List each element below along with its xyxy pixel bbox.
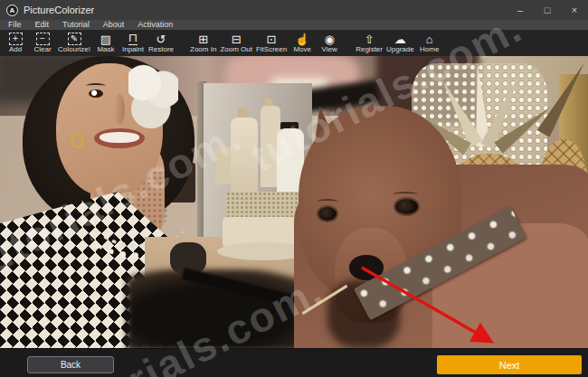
woman-eyebrow	[86, 83, 106, 89]
register-button[interactable]: ⇧ Register	[354, 32, 384, 53]
register-arrow-icon: ⇧	[365, 32, 375, 45]
zoom-out-button[interactable]: ⊟ Zoom Out	[218, 32, 254, 53]
zoom-in-button[interactable]: ⊞ Zoom In	[188, 32, 218, 53]
fitscreen-icon: ⊡	[267, 32, 277, 45]
inpaint-icon: ⊓	[128, 32, 138, 45]
restore-icon: ↺	[156, 32, 166, 45]
restore-label: Restore	[148, 46, 174, 53]
dog-brow	[393, 192, 418, 197]
title-bar: A PictureColorizer – □ ×	[0, 0, 588, 20]
back-button[interactable]: Back	[27, 356, 114, 373]
upgrade-label: Upgrade	[386, 46, 414, 53]
dog-brow	[317, 199, 338, 204]
move-hand-icon: ☝	[295, 32, 309, 45]
mask-label: Mask	[97, 46, 114, 53]
menu-item-activation[interactable]: Activation	[138, 20, 173, 30]
app-logo-icon: A	[6, 5, 18, 16]
zoom-out-label: Zoom Out	[220, 46, 252, 53]
upgrade-button[interactable]: ☁ Upgrade	[384, 32, 416, 53]
menu-item-file[interactable]: File	[8, 20, 22, 30]
toolbar: + Add − Clear ✎ Colourize! ▨ Mask ⊓ Inpa…	[0, 30, 588, 56]
add-button[interactable]: + Add	[2, 32, 29, 53]
add-icon: +	[9, 33, 23, 45]
inpaint-label: Inpaint	[122, 46, 144, 53]
minimize-icon[interactable]: –	[507, 0, 534, 20]
menu-item-edit[interactable]: Edit	[35, 20, 50, 30]
home-icon: ⌂	[426, 32, 433, 45]
gardenia-flower	[128, 63, 178, 128]
fitscreen-button[interactable]: ⊡ FitScreen	[254, 32, 289, 53]
menu-bar: File Edit Tutorial About Activation	[0, 20, 588, 30]
mask-icon: ▨	[100, 32, 111, 45]
move-label: Move	[293, 46, 311, 53]
app-window: A PictureColorizer – □ × File Edit Tutor…	[0, 0, 588, 377]
home-label: Home	[420, 46, 439, 53]
colourize-label: Colourize!	[58, 46, 90, 53]
window-title: PictureColorizer	[24, 5, 94, 15]
clear-label: Clear	[33, 46, 51, 53]
woman-eye	[89, 90, 103, 98]
home-button[interactable]: ⌂ Home	[416, 32, 443, 53]
dog-eye	[395, 199, 418, 214]
next-button[interactable]: Next	[437, 355, 582, 374]
small-jar	[215, 146, 232, 184]
powder-box	[226, 192, 302, 219]
view-eye-icon: ◉	[325, 32, 335, 45]
mask-button[interactable]: ▨ Mask	[92, 32, 119, 53]
window-controls: – □ ×	[507, 0, 588, 20]
restore-button[interactable]: ↺ Restore	[147, 32, 175, 53]
footer-bar: Back Next	[0, 348, 588, 377]
woman-teeth	[100, 132, 139, 143]
clear-icon: −	[36, 33, 50, 45]
photo-canvas[interactable]	[0, 56, 588, 348]
menu-item-about[interactable]: About	[103, 20, 125, 30]
zoom-out-icon: ⊟	[232, 32, 242, 45]
register-label: Register	[356, 46, 383, 53]
view-label: View	[322, 46, 337, 53]
zoom-in-label: Zoom In	[190, 46, 216, 53]
hoop-earring	[71, 132, 84, 148]
fitscreen-label: FitScreen	[256, 46, 287, 53]
menu-item-tutorial[interactable]: Tutorial	[62, 20, 90, 30]
view-button[interactable]: ◉ View	[316, 32, 343, 53]
maximize-icon[interactable]: □	[534, 0, 561, 20]
dog-eye	[318, 207, 337, 221]
woman-nose	[114, 94, 125, 125]
add-label: Add	[9, 46, 22, 53]
upgrade-cloud-icon: ☁	[394, 32, 406, 45]
clear-button[interactable]: − Clear	[29, 32, 56, 53]
colourize-icon: ✎	[68, 33, 81, 45]
close-icon[interactable]: ×	[561, 0, 588, 20]
colourize-button[interactable]: ✎ Colourize!	[56, 32, 92, 53]
move-button[interactable]: ☝ Move	[289, 32, 316, 53]
inpaint-button[interactable]: ⊓ Inpaint	[119, 32, 147, 53]
zoom-in-icon: ⊞	[198, 32, 208, 45]
